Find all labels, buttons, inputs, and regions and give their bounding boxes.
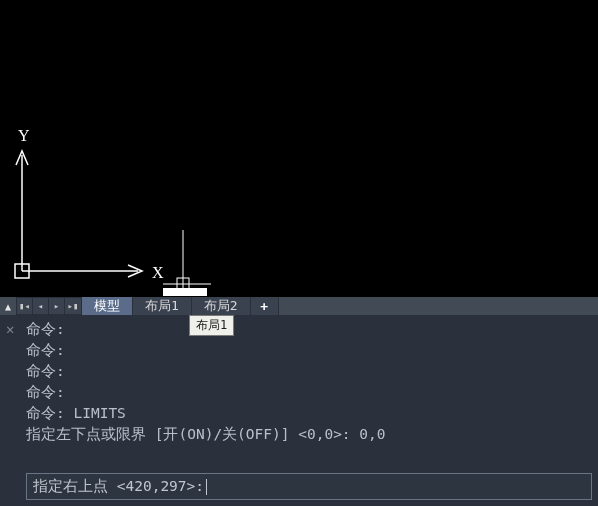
close-icon[interactable]: ✕ — [6, 321, 14, 337]
tab-layout1[interactable]: 布局1 — [133, 297, 192, 315]
command-history-line: 命令: — [26, 382, 592, 403]
tab-layout2[interactable]: 布局2 — [192, 297, 251, 315]
command-input[interactable] — [211, 479, 585, 495]
ucs-y-label: Y — [18, 127, 30, 144]
svg-rect-2 — [15, 264, 29, 278]
tab-label: 模型 — [94, 297, 120, 315]
tab-nav-prev-icon[interactable]: ◂ — [33, 298, 49, 314]
svg-rect-6 — [163, 288, 207, 296]
command-history-line: 指定左下点或限界 [开(ON)/关(OFF)] <0,0>: 0,0 — [26, 424, 592, 445]
layout-tab-bar: ▲ ▮◂ ◂ ▸ ▸▮ 模型 布局1 布局2 + 布局1 — [0, 297, 598, 315]
command-input-row[interactable]: 指定右上点 <420,297>: — [26, 473, 592, 500]
command-history-line: 命令: — [26, 340, 592, 361]
ucs-icon: Y X — [12, 123, 172, 283]
tab-label: 布局2 — [204, 297, 238, 315]
tab-toggle-up-icon[interactable]: ▲ — [0, 297, 16, 315]
tab-nav-last-icon[interactable]: ▸▮ — [65, 298, 81, 314]
command-history-line: 命令: — [26, 319, 592, 340]
svg-rect-5 — [177, 278, 189, 290]
drawing-viewport[interactable]: Y X — [0, 0, 598, 297]
tab-nav-first-icon[interactable]: ▮◂ — [17, 298, 33, 314]
command-prompt: 指定右上点 <420,297>: — [33, 477, 204, 496]
tab-tooltip: 布局1 — [189, 315, 234, 336]
tab-model[interactable]: 模型 — [82, 297, 133, 315]
ucs-x-label: X — [152, 264, 164, 281]
add-icon: + — [260, 299, 268, 314]
tab-nav-next-icon[interactable]: ▸ — [49, 298, 65, 314]
command-history-line: 命令: — [26, 361, 592, 382]
tab-add-button[interactable]: + — [251, 297, 279, 315]
text-cursor — [206, 479, 207, 495]
tab-nav-buttons: ▮◂ ◂ ▸ ▸▮ — [16, 297, 82, 315]
tab-label: 布局1 — [145, 297, 179, 315]
command-panel: ✕ 命令: 命令: 命令: 命令: 命令: LIMITS 指定左下点或限界 [开… — [0, 315, 598, 506]
command-history[interactable]: 命令: 命令: 命令: 命令: 命令: LIMITS 指定左下点或限界 [开(O… — [0, 315, 598, 473]
command-history-line: 命令: LIMITS — [26, 403, 592, 424]
